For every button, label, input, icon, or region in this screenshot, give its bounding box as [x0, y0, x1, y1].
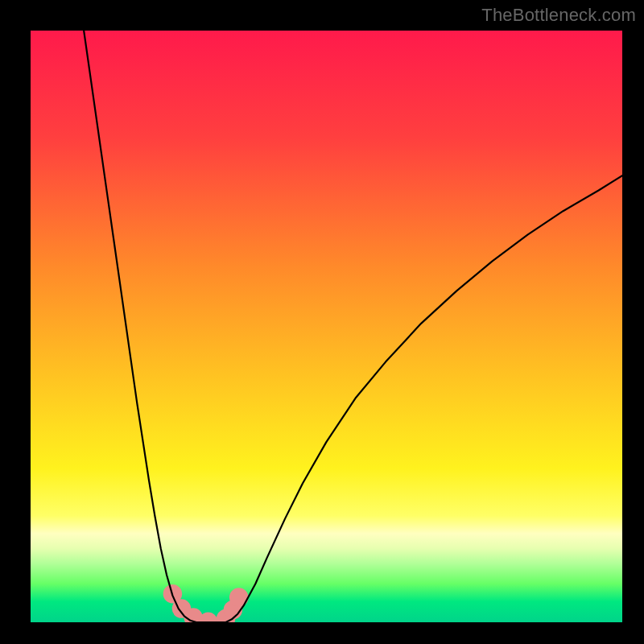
- chart-frame: TheBottleneck.com: [0, 0, 644, 644]
- watermark-text: TheBottleneck.com: [481, 5, 636, 26]
- plot-area: [31, 31, 622, 622]
- chart-svg: [31, 31, 622, 622]
- gradient-background: [31, 31, 622, 622]
